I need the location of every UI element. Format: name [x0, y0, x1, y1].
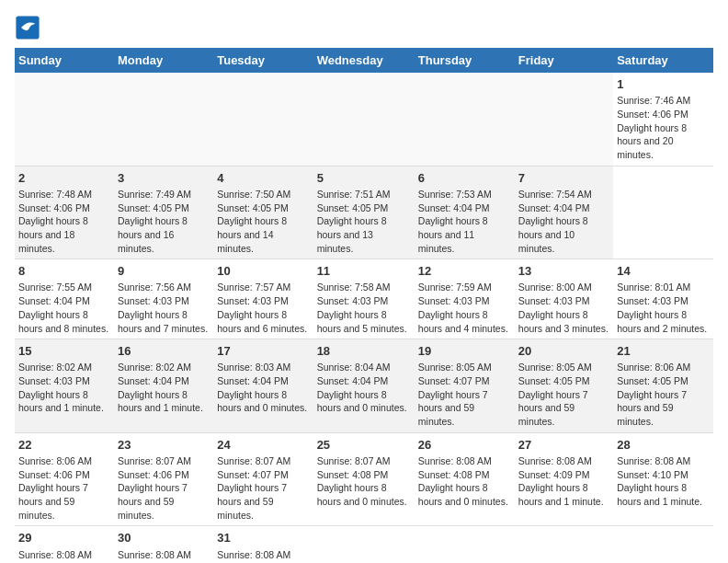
- day-number: 22: [18, 437, 110, 454]
- day-number: 13: [518, 263, 609, 280]
- calendar-cell: 17Sunrise: 8:03 AMSunset: 4:04 PMDayligh…: [213, 339, 313, 433]
- logo: [15, 15, 44, 40]
- day-number: 14: [617, 263, 710, 280]
- day-info: Sunrise: 8:07 AMSunset: 4:07 PMDaylight …: [217, 454, 309, 522]
- week-row-2: 2Sunrise: 7:48 AMSunset: 4:06 PMDaylight…: [15, 166, 713, 259]
- day-number: 8: [18, 263, 110, 280]
- day-info: Sunrise: 7:57 AMSunset: 4:03 PMDaylight …: [217, 281, 309, 335]
- col-header-monday: Monday: [114, 48, 213, 73]
- day-number: 5: [317, 170, 411, 187]
- page-header: [15, 15, 713, 40]
- col-header-thursday: Thursday: [415, 48, 515, 73]
- calendar-cell: 16Sunrise: 8:02 AMSunset: 4:04 PMDayligh…: [114, 339, 213, 433]
- calendar-cell: 9Sunrise: 7:56 AMSunset: 4:03 PMDaylight…: [114, 259, 213, 339]
- calendar-cell: 31Sunrise: 8:08 AMSunset: 4:12 PMDayligh…: [213, 526, 313, 563]
- day-number: 27: [518, 437, 609, 454]
- calendar-cell: 8Sunrise: 7:55 AMSunset: 4:04 PMDaylight…: [15, 259, 114, 339]
- day-number: 4: [217, 170, 309, 187]
- calendar-cell: 28Sunrise: 8:08 AMSunset: 4:10 PMDayligh…: [613, 432, 713, 526]
- col-header-saturday: Saturday: [613, 48, 713, 73]
- header-row: SundayMondayTuesdayWednesdayThursdayFrid…: [15, 48, 713, 73]
- day-number: 2: [18, 170, 110, 187]
- day-number: 24: [217, 437, 309, 454]
- day-number: 15: [18, 343, 110, 360]
- day-number: 6: [418, 170, 511, 187]
- calendar-cell: 1Sunrise: 7:46 AMSunset: 4:06 PMDaylight…: [613, 73, 713, 166]
- day-number: 30: [118, 530, 210, 546]
- day-number: 3: [118, 170, 210, 187]
- day-info: Sunrise: 8:08 AMSunset: 4:12 PMDaylight …: [217, 548, 309, 563]
- calendar-cell: [114, 73, 213, 166]
- calendar-cell: 5Sunrise: 7:51 AMSunset: 4:05 PMDaylight…: [313, 166, 415, 259]
- calendar-cell: 2Sunrise: 7:48 AMSunset: 4:06 PMDaylight…: [15, 166, 114, 259]
- day-info: Sunrise: 7:56 AMSunset: 4:03 PMDaylight …: [118, 281, 210, 335]
- col-header-sunday: Sunday: [15, 48, 114, 73]
- day-number: 7: [518, 170, 609, 187]
- week-row-4: 15Sunrise: 8:02 AMSunset: 4:03 PMDayligh…: [15, 339, 713, 433]
- calendar-cell: [415, 73, 515, 166]
- day-info: Sunrise: 8:08 AMSunset: 4:11 PMDaylight …: [18, 548, 110, 563]
- day-info: Sunrise: 7:46 AMSunset: 4:06 PMDaylight …: [617, 94, 710, 161]
- calendar-cell: [15, 73, 114, 166]
- day-info: Sunrise: 7:55 AMSunset: 4:04 PMDaylight …: [18, 281, 110, 335]
- calendar-cell: 24Sunrise: 8:07 AMSunset: 4:07 PMDayligh…: [213, 432, 313, 526]
- day-info: Sunrise: 8:08 AMSunset: 4:09 PMDaylight …: [518, 454, 609, 509]
- calendar-cell: 26Sunrise: 8:08 AMSunset: 4:08 PMDayligh…: [415, 432, 515, 526]
- col-header-wednesday: Wednesday: [313, 48, 415, 73]
- day-info: Sunrise: 7:49 AMSunset: 4:05 PMDaylight …: [118, 188, 210, 255]
- calendar-cell: 10Sunrise: 7:57 AMSunset: 4:03 PMDayligh…: [213, 259, 313, 339]
- calendar-cell: 30Sunrise: 8:08 AMSunset: 4:12 PMDayligh…: [114, 526, 213, 563]
- calendar-cell: 13Sunrise: 8:00 AMSunset: 4:03 PMDayligh…: [515, 259, 613, 339]
- day-number: 20: [518, 343, 609, 360]
- day-info: Sunrise: 8:07 AMSunset: 4:08 PMDaylight …: [317, 454, 411, 509]
- calendar-cell: 6Sunrise: 7:53 AMSunset: 4:04 PMDaylight…: [415, 166, 515, 259]
- day-number: 18: [317, 343, 411, 360]
- day-number: 16: [118, 343, 210, 360]
- day-number: 25: [317, 437, 411, 454]
- calendar-cell: [313, 73, 415, 166]
- calendar-cell: 27Sunrise: 8:08 AMSunset: 4:09 PMDayligh…: [515, 432, 613, 526]
- day-info: Sunrise: 8:04 AMSunset: 4:04 PMDaylight …: [317, 361, 411, 415]
- day-number: 17: [217, 343, 309, 360]
- calendar-cell: 19Sunrise: 8:05 AMSunset: 4:07 PMDayligh…: [415, 339, 515, 433]
- calendar-cell: 7Sunrise: 7:54 AMSunset: 4:04 PMDaylight…: [515, 166, 613, 259]
- calendar-cell: 21Sunrise: 8:06 AMSunset: 4:05 PMDayligh…: [613, 339, 713, 433]
- week-row-3: 8Sunrise: 7:55 AMSunset: 4:04 PMDaylight…: [15, 259, 713, 339]
- week-row-5: 22Sunrise: 8:06 AMSunset: 4:06 PMDayligh…: [15, 432, 713, 526]
- day-info: Sunrise: 8:00 AMSunset: 4:03 PMDaylight …: [518, 281, 609, 335]
- day-info: Sunrise: 8:01 AMSunset: 4:03 PMDaylight …: [617, 281, 710, 335]
- day-info: Sunrise: 8:06 AMSunset: 4:06 PMDaylight …: [18, 454, 110, 522]
- calendar-cell: [515, 526, 613, 563]
- day-number: 23: [118, 437, 210, 454]
- calendar-cell: 18Sunrise: 8:04 AMSunset: 4:04 PMDayligh…: [313, 339, 415, 433]
- day-info: Sunrise: 7:58 AMSunset: 4:03 PMDaylight …: [317, 281, 411, 335]
- day-info: Sunrise: 8:05 AMSunset: 4:07 PMDaylight …: [418, 361, 511, 428]
- day-info: Sunrise: 7:51 AMSunset: 4:05 PMDaylight …: [317, 188, 411, 255]
- day-info: Sunrise: 8:02 AMSunset: 4:03 PMDaylight …: [18, 361, 110, 415]
- calendar-cell: 29Sunrise: 8:08 AMSunset: 4:11 PMDayligh…: [15, 526, 114, 563]
- calendar-cell: [613, 526, 713, 563]
- day-number: 28: [617, 437, 710, 454]
- day-info: Sunrise: 8:02 AMSunset: 4:04 PMDaylight …: [118, 361, 210, 415]
- col-header-tuesday: Tuesday: [213, 48, 313, 73]
- day-info: Sunrise: 8:08 AMSunset: 4:08 PMDaylight …: [418, 454, 511, 509]
- calendar-cell: [313, 526, 415, 563]
- calendar-cell: [415, 526, 515, 563]
- day-number: 1: [617, 76, 710, 93]
- day-info: Sunrise: 7:50 AMSunset: 4:05 PMDaylight …: [217, 188, 309, 255]
- calendar-cell: 23Sunrise: 8:07 AMSunset: 4:06 PMDayligh…: [114, 432, 213, 526]
- day-info: Sunrise: 8:03 AMSunset: 4:04 PMDaylight …: [217, 361, 309, 415]
- calendar-cell: 14Sunrise: 8:01 AMSunset: 4:03 PMDayligh…: [613, 259, 713, 339]
- day-info: Sunrise: 8:06 AMSunset: 4:05 PMDaylight …: [617, 361, 710, 428]
- day-info: Sunrise: 8:08 AMSunset: 4:12 PMDaylight …: [118, 548, 210, 563]
- day-info: Sunrise: 8:07 AMSunset: 4:06 PMDaylight …: [118, 454, 210, 522]
- day-number: 11: [317, 263, 411, 280]
- day-number: 12: [418, 263, 511, 280]
- week-row-6: 29Sunrise: 8:08 AMSunset: 4:11 PMDayligh…: [15, 526, 713, 563]
- day-number: 19: [418, 343, 511, 360]
- week-row-1: 1Sunrise: 7:46 AMSunset: 4:06 PMDaylight…: [15, 73, 713, 166]
- calendar-cell: 12Sunrise: 7:59 AMSunset: 4:03 PMDayligh…: [415, 259, 515, 339]
- day-number: 10: [217, 263, 309, 280]
- calendar-cell: 3Sunrise: 7:49 AMSunset: 4:05 PMDaylight…: [114, 166, 213, 259]
- day-info: Sunrise: 7:48 AMSunset: 4:06 PMDaylight …: [18, 188, 110, 255]
